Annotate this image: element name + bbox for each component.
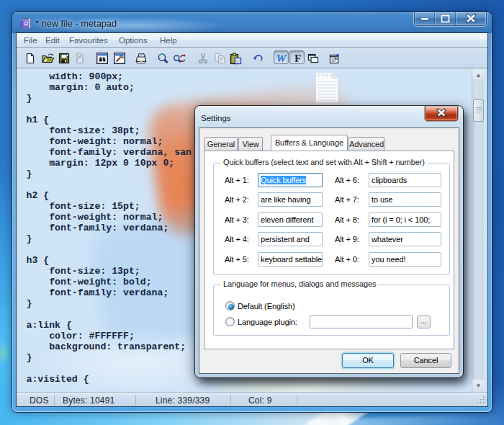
svg-text:W: W: [276, 52, 287, 64]
svg-text:F: F: [294, 52, 301, 64]
